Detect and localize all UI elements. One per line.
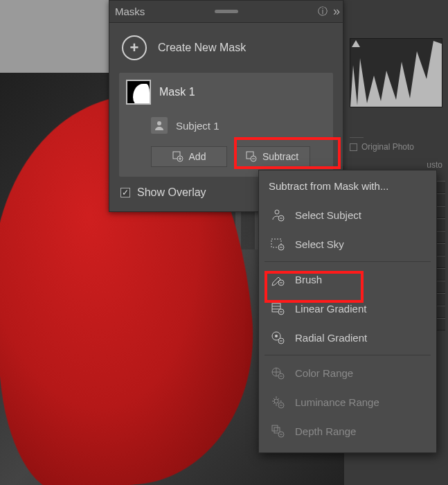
select-sky-icon: [270, 236, 285, 252]
menu-item-luminance-range[interactable]: Luminance Range: [263, 387, 432, 416]
linear-gradient-icon: [270, 301, 285, 316]
menu-item-label: Color Range: [295, 367, 353, 379]
collapse-icon[interactable]: »: [330, 4, 337, 19]
subtract-icon: [246, 151, 257, 162]
depth-range-icon: [270, 423, 285, 439]
mask-component-label: Subject 1: [176, 120, 219, 132]
svg-point-13: [275, 335, 278, 337]
checkbox-icon: ✓: [120, 188, 130, 197]
luminance-range-icon: [270, 394, 285, 409]
menu-item-select-subject[interactable]: Select Subject: [263, 200, 432, 229]
menu-item-label: Depth Range: [295, 425, 356, 437]
svg-point-0: [157, 121, 161, 125]
photo-toolbar-area: [0, 0, 111, 73]
create-new-mask-button[interactable]: + Create New Mask: [119, 33, 333, 73]
help-icon[interactable]: ⓘ: [315, 6, 330, 18]
subject-icon: [151, 117, 168, 134]
select-subject-icon: [270, 207, 285, 222]
svg-rect-18: [272, 425, 278, 431]
show-overlay-label: Show Overlay: [137, 186, 206, 199]
svg-rect-19: [274, 427, 280, 433]
menu-item-label: Brush: [295, 274, 322, 285]
add-icon: [172, 151, 183, 162]
subtract-dropdown-menu: Subtract from Mask with... Select Subjec…: [258, 170, 437, 453]
menu-item-brush[interactable]: Brush: [263, 265, 432, 294]
menu-separator: [265, 355, 431, 355]
masks-panel-header[interactable]: Masks ⓘ »: [109, 1, 343, 23]
custom-label: usto: [427, 160, 442, 170]
mask-component-item[interactable]: Subject 1: [151, 117, 326, 134]
plus-icon: +: [122, 35, 147, 60]
brush-icon: [270, 272, 285, 287]
masks-panel-title: Masks: [115, 6, 145, 17]
subtract-from-mask-button[interactable]: Subtract: [234, 146, 310, 167]
original-photo-toggle[interactable]: Original Photo: [350, 138, 442, 156]
menu-item-linear-gradient[interactable]: Linear Gradient: [263, 294, 432, 323]
original-photo-label: Original Photo: [361, 142, 414, 152]
menu-item-select-sky[interactable]: Select Sky: [263, 229, 432, 258]
histogram-panel[interactable]: [344, 31, 448, 109]
add-button-label: Add: [189, 151, 206, 162]
mask-list-item[interactable]: Mask 1 Subject 1 Add Subtract: [119, 73, 333, 177]
histogram-graph: [350, 38, 442, 107]
menu-item-radial-gradient[interactable]: Radial Gradient: [263, 323, 432, 352]
checkbox-icon: [350, 143, 357, 151]
menu-item-color-range[interactable]: Color Range: [263, 358, 432, 387]
svg-point-5: [275, 210, 279, 214]
menu-item-label: Luminance Range: [295, 396, 379, 408]
create-new-mask-label: Create New Mask: [158, 42, 246, 54]
menu-item-label: Radial Gradient: [295, 332, 367, 344]
histogram[interactable]: [350, 38, 442, 107]
radial-gradient-icon: [270, 330, 285, 345]
menu-item-depth-range[interactable]: Depth Range: [263, 416, 432, 446]
subtract-button-label: Subtract: [262, 151, 298, 162]
color-range-icon: [270, 365, 285, 380]
mask-name-label: Mask 1: [159, 86, 195, 98]
dropdown-title: Subtract from Mask with...: [263, 180, 432, 200]
menu-separator: [265, 261, 431, 262]
mask-thumbnail[interactable]: [126, 80, 151, 105]
add-to-mask-button[interactable]: Add: [151, 146, 227, 167]
menu-item-label: Linear Gradient: [295, 303, 366, 315]
menu-item-label: Select Sky: [295, 238, 344, 250]
menu-item-label: Select Subject: [295, 209, 361, 221]
drag-handle-icon[interactable]: [215, 10, 238, 13]
